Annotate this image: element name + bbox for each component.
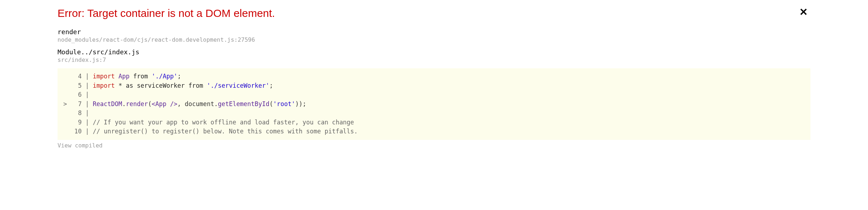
code-token — [148, 73, 151, 80]
code-token: App — [119, 73, 130, 80]
code-token: as — [126, 82, 133, 89]
frame-location[interactable]: src/index.js:7 — [58, 56, 810, 63]
code-token: './serviceWorker' — [207, 82, 269, 89]
code-token: ( — [269, 100, 273, 108]
code-token — [129, 73, 133, 80]
line-gutter: 8 | — [63, 109, 93, 118]
code-token: render — [126, 100, 148, 108]
code-token: import — [93, 73, 115, 80]
code-token: )); — [295, 100, 306, 108]
error-header: Error: Target container is not a DOM ele… — [58, 7, 810, 19]
error-title: Error: Target container is not a DOM ele… — [58, 7, 275, 19]
frame-location[interactable]: node_modules/react-dom/cjs/react-dom.dev… — [58, 36, 810, 43]
code-token: import — [93, 82, 115, 89]
code-token: from — [133, 73, 148, 80]
code-line: > 7 | ReactDOM.render(<App />, document.… — [63, 100, 805, 109]
code-token: // unregister() to register() below. Not… — [93, 128, 358, 135]
line-gutter: 4 | — [63, 72, 93, 81]
code-token: ; — [177, 73, 181, 80]
line-gutter: 9 | — [63, 118, 93, 127]
stack-frame: render node_modules/react-dom/cjs/react-… — [58, 28, 810, 43]
stack-frame: Module../src/index.js src/index.js:7 — [58, 48, 810, 63]
line-gutter: > 7 | — [63, 100, 93, 109]
code-token — [203, 82, 207, 89]
code-token: serviceWorker — [133, 82, 189, 89]
code-token: ( — [148, 100, 151, 108]
code-token: <App /> — [152, 100, 178, 108]
line-gutter: 6 | — [63, 90, 93, 100]
code-line: 6 | — [63, 90, 805, 100]
code-token: ; — [269, 82, 273, 89]
code-line: 9 | // If you want your app to work offl… — [63, 118, 805, 127]
code-token: . — [122, 100, 126, 108]
code-token: , document. — [177, 100, 218, 108]
line-gutter: 10 | — [63, 127, 93, 136]
code-line: 4 | import App from './App'; — [63, 72, 805, 81]
code-line: 10 | // unregister() to register() below… — [63, 127, 805, 136]
frame-function: render — [58, 28, 810, 36]
code-block: 4 | import App from './App'; 5 | import … — [58, 68, 810, 140]
code-token: getElementById — [218, 100, 269, 108]
code-token: './App' — [152, 73, 178, 80]
frame-function: Module../src/index.js — [58, 48, 810, 56]
code-token: 'root' — [273, 100, 295, 108]
code-token: ReactDOM — [93, 100, 122, 108]
code-line: 8 | — [63, 109, 805, 118]
view-compiled-link[interactable]: View compiled — [58, 142, 810, 149]
line-gutter: 5 | — [63, 81, 93, 91]
code-token: * — [115, 82, 126, 89]
code-token — [115, 73, 118, 80]
code-token: // If you want your app to work offline … — [93, 119, 354, 126]
code-token: from — [188, 82, 203, 89]
close-icon[interactable]: ✕ — [796, 7, 810, 17]
code-line: 5 | import * as serviceWorker from './se… — [63, 81, 805, 91]
